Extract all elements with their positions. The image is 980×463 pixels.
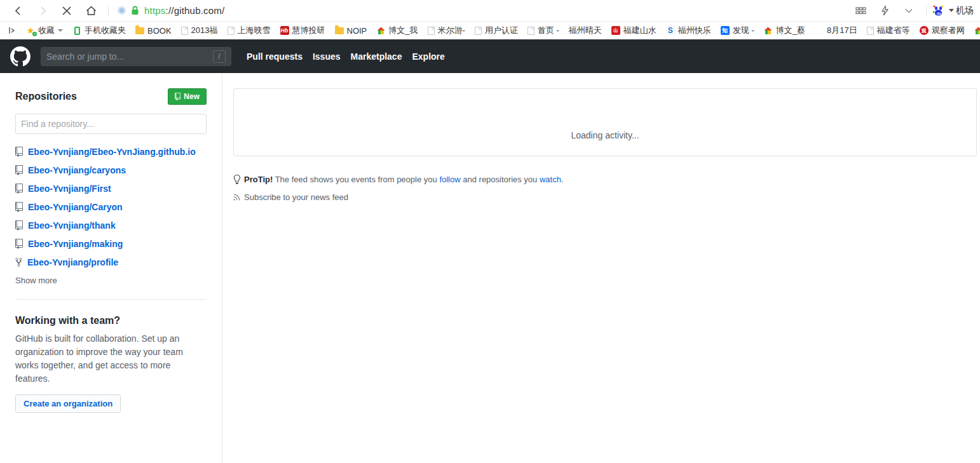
sidebar-expand-button[interactable] (8, 26, 17, 35)
repository-row: Ebeo-Yvnjiang/First (15, 184, 207, 194)
repo-icon (15, 239, 23, 249)
bookmark-manager-button[interactable]: ★+ 收藏 (26, 25, 63, 36)
s-swirl-favicon-icon: S (666, 26, 675, 35)
repository-link[interactable]: Ebeo-Yvnjiang/Ebeo-YvnJiang.github.io (28, 147, 196, 157)
bookmark-item[interactable]: 用户认证 (475, 25, 518, 36)
subscribe-row: Subscribe to your news feed (233, 192, 977, 202)
page-icon (181, 27, 188, 35)
bookmark-label: 福州快乐 (678, 25, 711, 36)
repositories-header: Repositories New (15, 88, 207, 105)
lightbulb-icon (233, 175, 240, 184)
repository-link[interactable]: Ebeo-Yvnjiang/Caryon (28, 202, 123, 212)
house-favicon-icon (764, 26, 773, 35)
nav-marketplace[interactable]: Marketplace (346, 51, 407, 62)
bookmark-item[interactable]: 博文_我 (376, 25, 418, 36)
page-icon (228, 27, 235, 35)
forward-button[interactable] (33, 2, 52, 20)
nav-issues[interactable]: Issues (308, 51, 346, 62)
github-logo[interactable] (10, 46, 31, 67)
bookmark-item[interactable]: 福州晴天 (569, 25, 602, 36)
rss-icon (233, 192, 240, 202)
bookmark-item[interactable]: S 福州快乐 (666, 25, 711, 36)
speed-mode-button[interactable] (875, 2, 894, 20)
page-icon (475, 27, 482, 35)
repository-row: Ebeo-Yvnjiang/Ebeo-YvnJiang.github.io (15, 147, 207, 157)
create-organization-button[interactable]: Create an organization (15, 394, 121, 413)
folder-icon (335, 26, 344, 35)
loading-text: Loading activity... (571, 130, 639, 140)
baidu-shortcut-label: 机场 (956, 5, 974, 17)
repository-link[interactable]: Ebeo-Yvnjiang/making (28, 239, 123, 249)
team-section: Working with a team? GitHub is built for… (15, 315, 207, 413)
bookmark-item[interactable]: 米尔游- (428, 25, 465, 36)
protip-label: ProTip! (244, 175, 273, 184)
search-input[interactable] (46, 51, 213, 62)
bookmark-label: BOOK (147, 26, 172, 36)
toolbar-more-button[interactable] (899, 2, 918, 20)
baidu-search-button[interactable]: du 机场 (932, 4, 974, 17)
extensions-grid-button[interactable] (851, 2, 870, 20)
follow-link[interactable]: follow (439, 175, 460, 184)
home-button[interactable] (81, 2, 100, 20)
repository-row: Ebeo-Yvnjiang/Caryon (15, 202, 207, 212)
repo-icon (15, 147, 23, 157)
red-seal-favicon-icon: 山 (611, 26, 620, 35)
bookmark-label: 发现 - (733, 25, 754, 36)
show-more-link[interactable]: Show more (15, 276, 207, 285)
bookmark-item[interactable]: [浙江 (974, 25, 980, 36)
bookmark-item[interactable]: 上海映雪 (228, 25, 271, 36)
repository-link[interactable]: Ebeo-Yvnjiang/First (28, 184, 111, 194)
activity-loading-panel: Loading activity... (233, 88, 977, 156)
bookmark-label: 博文_我 (388, 25, 418, 36)
home-icon (85, 5, 97, 17)
back-button[interactable] (9, 2, 28, 20)
bookmark-label: 手机收藏夹 (85, 25, 126, 36)
bookmark-item[interactable]: 2013福 (181, 25, 218, 36)
bookmark-label: 观察者网 (932, 25, 965, 36)
bookmark-item[interactable]: 山 福建山水 (611, 25, 657, 36)
bookmark-label: 上海映雪 (238, 25, 271, 36)
bookmark-item[interactable]: 博文_蔡 (764, 25, 805, 36)
github-search-box[interactable]: / (41, 47, 231, 66)
phone-icon (72, 26, 81, 35)
bookmark-item[interactable]: Hb 慧博投研 (280, 25, 325, 36)
watch-link[interactable]: watch (540, 175, 561, 184)
bookmark-item[interactable]: 手机收藏夹 (72, 25, 126, 36)
repo-icon (15, 202, 23, 212)
bookmark-item[interactable]: 首页 - (527, 25, 559, 36)
url-text: https://github.com/ (144, 5, 224, 16)
repository-link[interactable]: Ebeo-Yvnjiang/thank (28, 220, 116, 231)
github-header: / Pull requests Issues Marketplace Explo… (0, 39, 980, 73)
repository-link[interactable]: Ebeo-Yvnjiang/caryons (28, 165, 126, 175)
bookmark-item[interactable]: 8月17日 (815, 25, 857, 36)
browser-toolbar: https://github.com/ (0, 0, 980, 22)
bookmark-label: 米尔游- (438, 25, 465, 36)
svg-text:du: du (937, 11, 941, 15)
bookmark-item[interactable]: 知 发现 - (721, 25, 754, 36)
bookmark-folder[interactable]: BOOK (135, 26, 172, 36)
subscribe-link[interactable]: Subscribe to your news feed (244, 192, 348, 202)
team-heading: Working with a team? (15, 315, 207, 326)
repository-link[interactable]: Ebeo-Yvnjiang/profile (27, 257, 118, 267)
bookmark-label: 福建山水 (623, 25, 657, 36)
news-feed: Loading activity... ProTip! The feed sho… (222, 73, 980, 463)
bookmark-folder[interactable]: NOIP (335, 26, 367, 36)
find-repository-input[interactable] (15, 114, 207, 134)
repositories-title: Repositories (15, 91, 77, 102)
house-favicon-icon (376, 26, 385, 35)
bookmark-label: 福州晴天 (569, 25, 602, 36)
nav-explore[interactable]: Explore (407, 51, 449, 62)
sidebar: Repositories New Ebeo-Yvnjiang/Ebeo-YvnJ… (0, 73, 222, 463)
zhihu-favicon-icon: 知 (721, 26, 730, 35)
bookmark-item[interactable]: 观 观察者网 (920, 25, 965, 36)
address-bar[interactable]: https://github.com/ (114, 5, 848, 16)
bookmark-label: 博文_蔡 (776, 25, 805, 36)
stop-button[interactable] (57, 2, 76, 20)
toolbar-divider (926, 5, 927, 17)
new-repository-button[interactable]: New (168, 88, 207, 105)
toolbar-right-group: du 机场 (848, 2, 974, 20)
bookmark-label: 首页 - (538, 25, 559, 36)
bookmark-item[interactable]: 福建省等 (867, 25, 910, 36)
house-favicon-icon (974, 26, 980, 35)
nav-pull-requests[interactable]: Pull requests (242, 51, 308, 62)
